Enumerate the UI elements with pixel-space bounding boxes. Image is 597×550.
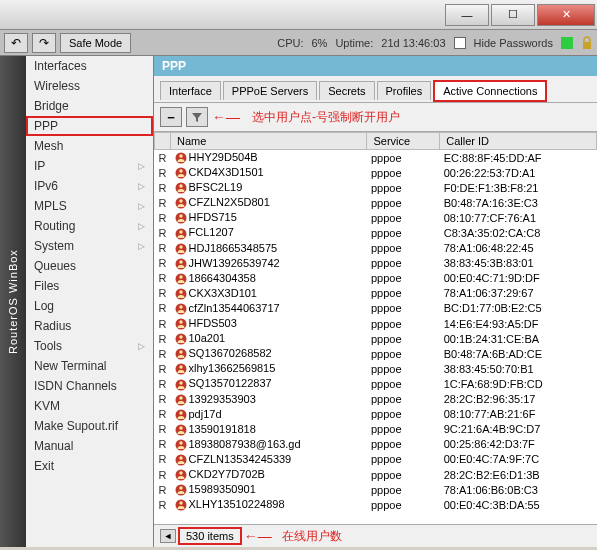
row-flag: R: [155, 422, 171, 437]
table-row[interactable]: Rxlhy13662569815pppoe38:83:45:50:70:B1: [155, 361, 597, 376]
sidebar-item-ppp[interactable]: PPP: [26, 116, 153, 136]
table-row[interactable]: RCFZLN2X5D801pppoeB0:48:7A:16:3E:C3: [155, 195, 597, 210]
user-icon: [175, 167, 187, 179]
table-row[interactable]: RCFZLN13534245339pppoe00:E0:4C:7A:9F:7C: [155, 452, 597, 467]
table-row[interactable]: R18938087938@163.gdpppoe00:25:86:42:D3:7…: [155, 437, 597, 452]
sidebar-item-ip[interactable]: IP▷: [26, 156, 153, 176]
undo-button[interactable]: ↶: [4, 33, 28, 53]
tab-interface[interactable]: Interface: [160, 81, 221, 100]
sidebar-item-ipv6[interactable]: IPv6▷: [26, 176, 153, 196]
sidebar-item-kvm[interactable]: KVM: [26, 396, 153, 416]
row-flag: R: [155, 482, 171, 497]
svg-point-20: [179, 290, 182, 293]
table-row[interactable]: RHHY29D504BpppoeEC:88:8F:45:DD:AF: [155, 150, 597, 166]
cell-service: pppoe: [367, 301, 440, 316]
sidebar-item-log[interactable]: Log: [26, 296, 153, 316]
sidebar-item-routing[interactable]: Routing▷: [26, 216, 153, 236]
sidebar-item-bridge[interactable]: Bridge: [26, 96, 153, 116]
sidebar-item-manual[interactable]: Manual: [26, 436, 153, 456]
table-row[interactable]: RFCL1207pppoeC8:3A:35:02:CA:C8: [155, 225, 597, 240]
sidebar-item-mesh[interactable]: Mesh: [26, 136, 153, 156]
table-row[interactable]: RCKX3X3D101pppoe78:A1:06:37:29:67: [155, 286, 597, 301]
cell-callerid: 38:83:45:3B:83:01: [440, 256, 597, 271]
maximize-button[interactable]: ☐: [491, 4, 535, 26]
filter-button[interactable]: [186, 107, 208, 127]
user-icon: [175, 454, 187, 466]
cell-service: pppoe: [367, 331, 440, 346]
cell-name: SQ13670268582: [171, 346, 367, 361]
cell-name: HFDS715: [171, 210, 367, 225]
table-row[interactable]: RXLHY13510224898pppoe00:E0:4C:3B:DA:55: [155, 497, 597, 512]
table-row[interactable]: RcfZln13544063717pppoeBC:D1:77:0B:E2:C5: [155, 301, 597, 316]
sidebar-item-interfaces[interactable]: Interfaces: [26, 56, 153, 76]
table-row[interactable]: R13590191818pppoe9C:21:6A:4B:9C:D7: [155, 422, 597, 437]
sidebar-item-new-terminal[interactable]: New Terminal: [26, 356, 153, 376]
cell-name: xlhy13662569815: [171, 361, 367, 376]
column-name[interactable]: Name: [171, 133, 367, 150]
user-icon: [175, 273, 187, 285]
cpu-value: 6%: [311, 37, 327, 49]
user-icon: [175, 197, 187, 209]
cell-service: pppoe: [367, 256, 440, 271]
remove-button[interactable]: −: [160, 107, 182, 127]
table-row[interactable]: RJHW13926539742pppoe38:83:45:3B:83:01: [155, 256, 597, 271]
sidebar-item-files[interactable]: Files: [26, 276, 153, 296]
table-row[interactable]: RHFDS715pppoe08:10:77:CF:76:A1: [155, 210, 597, 225]
table-row[interactable]: RHFDS503pppoe14:E6:E4:93:A5:DF: [155, 316, 597, 331]
cell-service: pppoe: [367, 482, 440, 497]
sidebar-item-radius[interactable]: Radius: [26, 316, 153, 336]
user-icon: [175, 439, 187, 451]
redo-button[interactable]: ↷: [32, 33, 56, 53]
connections-table: NameServiceCaller ID RHHY29D504BpppoeEC:…: [154, 132, 597, 512]
column-flag[interactable]: [155, 133, 171, 150]
sidebar-item-system[interactable]: System▷: [26, 236, 153, 256]
cell-service: pppoe: [367, 286, 440, 301]
sidebar-item-isdn-channels[interactable]: ISDN Channels: [26, 376, 153, 396]
row-flag: R: [155, 452, 171, 467]
hide-passwords-checkbox[interactable]: [454, 37, 466, 49]
app-title-vertical: RouterOS WinBox: [0, 56, 26, 547]
svg-point-34: [179, 396, 182, 399]
sidebar-item-label: Log: [34, 299, 54, 313]
sidebar-item-wireless[interactable]: Wireless: [26, 76, 153, 96]
tab-row: InterfacePPPoE ServersSecretsProfilesAct…: [154, 76, 597, 103]
table-row[interactable]: RBFSC2L19pppoeF0:DE:F1:3B:F8:21: [155, 180, 597, 195]
cell-callerid: 28:2C:B2:E6:D1:3B: [440, 467, 597, 482]
sidebar-item-exit[interactable]: Exit: [26, 456, 153, 476]
table-row[interactable]: R18664304358pppoe00:E0:4C:71:9D:DF: [155, 271, 597, 286]
arrow-icon: ←—: [212, 109, 240, 125]
column-service[interactable]: Service: [367, 133, 440, 150]
svg-point-42: [179, 456, 182, 459]
table-row[interactable]: RCKD4X3D1501pppoe00:26:22:53:7D:A1: [155, 165, 597, 180]
tab-pppoe-servers[interactable]: PPPoE Servers: [223, 81, 317, 100]
tab-secrets[interactable]: Secrets: [319, 81, 374, 100]
cell-name: cfZln13544063717: [171, 301, 367, 316]
table-row[interactable]: Rpdj17dpppoe08:10:77:AB:21:6F: [155, 407, 597, 422]
sidebar-item-label: Tools: [34, 339, 62, 353]
safe-mode-button[interactable]: Safe Mode: [60, 33, 131, 53]
table-row[interactable]: RHDJ18665348575pppoe78:A1:06:48:22:45: [155, 241, 597, 256]
svg-point-14: [179, 245, 182, 248]
tab-active-connections[interactable]: Active Connections: [433, 80, 547, 102]
cell-name: CKD4X3D1501: [171, 165, 367, 180]
table-row[interactable]: R15989350901pppoe78:A1:06:B6:0B:C3: [155, 482, 597, 497]
sidebar-item-queues[interactable]: Queues: [26, 256, 153, 276]
minimize-button[interactable]: —: [445, 4, 489, 26]
column-caller-id[interactable]: Caller ID: [440, 133, 597, 150]
sidebar-item-mpls[interactable]: MPLS▷: [26, 196, 153, 216]
row-flag: R: [155, 150, 171, 166]
cell-callerid: 78:A1:06:48:22:45: [440, 241, 597, 256]
cell-service: pppoe: [367, 150, 440, 166]
table-row[interactable]: R13929353903pppoe28:2C:B2:96:35:17: [155, 392, 597, 407]
cell-name: 18938087938@163.gd: [171, 437, 367, 452]
sidebar-item-tools[interactable]: Tools▷: [26, 336, 153, 356]
sidebar-item-make-supout.rif[interactable]: Make Supout.rif: [26, 416, 153, 436]
table-row[interactable]: R10a201pppoe00:1B:24:31:CE:BA: [155, 331, 597, 346]
tab-profiles[interactable]: Profiles: [377, 81, 432, 100]
cell-name: 15989350901: [171, 482, 367, 497]
scroll-left-icon[interactable]: ◄: [160, 529, 176, 543]
close-button[interactable]: ✕: [537, 4, 595, 26]
table-row[interactable]: RCKD2Y7D702Bpppoe28:2C:B2:E6:D1:3B: [155, 467, 597, 482]
table-row[interactable]: RSQ13670268582pppoeB0:48:7A:6B:AD:CE: [155, 346, 597, 361]
table-row[interactable]: RSQ13570122837pppoe1C:FA:68:9D:FB:CD: [155, 376, 597, 391]
